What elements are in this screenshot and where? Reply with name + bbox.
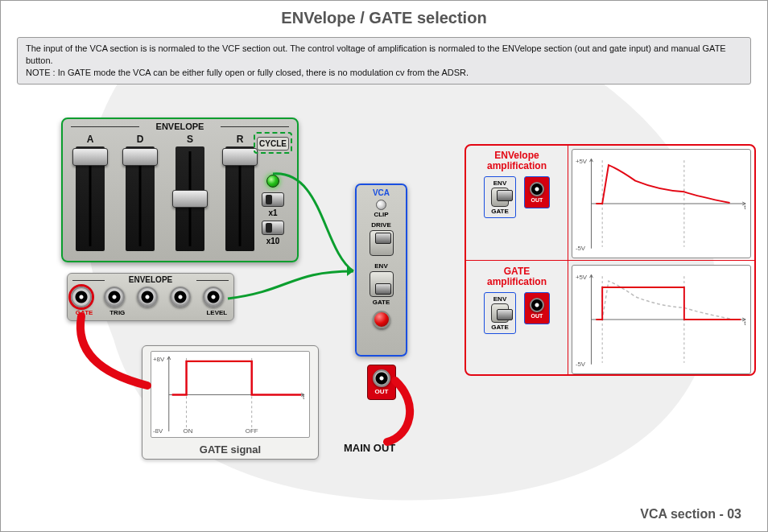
out-thumb: OUT	[524, 176, 550, 208]
env-amp-chart: +5V -5V t	[572, 149, 751, 258]
envelope-panel: ENVELOPE A D S R CYCLE x1 x10	[61, 118, 299, 262]
divider	[221, 126, 289, 127]
env-out2-jack[interactable]	[170, 287, 191, 307]
env-label: ENV	[365, 262, 398, 270]
gate-amp-cell: GATE amplification ENV GATE OUT	[466, 262, 568, 377]
drive-label: DRIVE	[365, 221, 398, 229]
env-amp-title2: amplification	[471, 161, 563, 171]
cycle-label: CYCLE	[257, 137, 289, 151]
slider-knob[interactable]	[172, 190, 208, 208]
out-mini-label: OUT	[531, 313, 543, 319]
on-label: ON	[184, 427, 193, 435]
envelope-jack-row: ENVELOPE GATE TRIG LEVEL	[67, 273, 234, 321]
cycle-highlight: CYCLE	[254, 132, 292, 154]
env-mini-label: ENV	[486, 295, 514, 303]
jack-label: TRIG	[104, 309, 131, 316]
mult-x1-label: x1	[254, 208, 292, 217]
info-box: The input of the VCA section is is norma…	[17, 37, 751, 85]
trig-jack[interactable]	[104, 287, 125, 307]
slider-decay[interactable]: D	[119, 134, 161, 251]
gate-amp-chart: +5V -5V t	[572, 265, 751, 374]
gate-mini-label: GATE	[486, 208, 514, 215]
slider-knob[interactable]	[222, 148, 258, 166]
axis-label: +8V	[153, 356, 165, 363]
slider-label: A	[69, 134, 111, 145]
env-switch-thumb: ENV GATE	[484, 176, 516, 218]
slider-sustain[interactable]: S	[169, 134, 211, 251]
out-plate: OUT	[367, 365, 396, 400]
info-line-2: NOTE : In GATE mode the VCA can be eithe…	[26, 67, 742, 79]
x1-x10-switch[interactable]	[262, 192, 284, 207]
adsr-slider-group: A D S R	[69, 134, 261, 251]
gate-label: GATE	[365, 299, 398, 306]
divider	[196, 280, 229, 281]
drive-switch[interactable]	[370, 230, 394, 256]
gate-jack[interactable]	[71, 287, 92, 307]
jack-label: LEVEL	[203, 309, 230, 316]
jack-label: GATE	[71, 309, 98, 316]
page-footer: VCA section - 03	[640, 507, 741, 522]
info-line-1: The input of the VCA section is is norma…	[26, 43, 742, 67]
vca-out-jack-group: OUT	[367, 365, 396, 400]
axis-label: -5V	[576, 245, 586, 252]
out-label: OUT	[375, 388, 389, 395]
manual-gate-button[interactable]	[373, 311, 390, 328]
slider-attack[interactable]: A	[69, 134, 111, 251]
gate-amp-chart-cell: +5V -5V t	[568, 262, 754, 377]
vca-panel: VCA CLIP DRIVE ENV GATE	[355, 184, 407, 357]
axis-label: -5V	[576, 361, 586, 368]
out-mini-label: OUT	[531, 197, 543, 203]
slider-label: S	[169, 134, 211, 145]
gate-mini-label: GATE	[486, 324, 514, 331]
axis-label: +5V	[576, 274, 588, 281]
clip-led-icon	[376, 200, 386, 210]
axis-label: +5V	[576, 158, 588, 165]
out-thumb: OUT	[524, 292, 550, 324]
clip-label: CLIP	[357, 211, 406, 218]
page-title: ENVelope / GATE selection	[1, 1, 767, 37]
gate-amp-title2: amplification	[471, 277, 563, 287]
slider-knob[interactable]	[72, 148, 108, 166]
compare-box: ENVelope amplification ENV GATE OUT +5V …	[465, 144, 756, 376]
gate-signal-chart: +8V -8V t ON OFF GATE signal	[142, 345, 319, 460]
gate-chart-title: GATE signal	[142, 443, 318, 456]
slider-label: D	[119, 134, 161, 145]
jack-row-label: ENVELOPE	[129, 275, 172, 284]
switch-icon	[491, 303, 509, 323]
env-mini-label: ENV	[486, 179, 514, 187]
svg-marker-12	[347, 266, 353, 276]
jack-icon	[530, 182, 544, 196]
switch-icon	[491, 188, 509, 207]
envelope-section-label: ENVELOPE	[153, 122, 208, 131]
vca-section-label: VCA	[357, 188, 406, 197]
off-label: OFF	[246, 427, 258, 435]
env-gate-switch[interactable]	[370, 271, 394, 297]
env-amp-chart-cell: +5V -5V t	[568, 146, 754, 262]
main-out-label: MAIN OUT	[344, 442, 395, 454]
env-amp-cell: ENVelope amplification ENV GATE OUT	[466, 146, 568, 262]
env-out1-jack[interactable]	[137, 287, 158, 307]
divider	[72, 280, 105, 281]
cycle-led-icon	[266, 175, 279, 188]
axis-label: -8V	[153, 427, 163, 435]
x10-switch[interactable]	[262, 221, 284, 235]
level-jack[interactable]	[203, 287, 224, 307]
slider-knob[interactable]	[122, 148, 158, 166]
mult-x10-label: x10	[254, 237, 292, 245]
gate-switch-thumb: ENV GATE	[484, 292, 516, 334]
divider	[71, 126, 139, 127]
jack-icon	[530, 298, 544, 312]
vca-out-jack[interactable]	[373, 369, 390, 387]
